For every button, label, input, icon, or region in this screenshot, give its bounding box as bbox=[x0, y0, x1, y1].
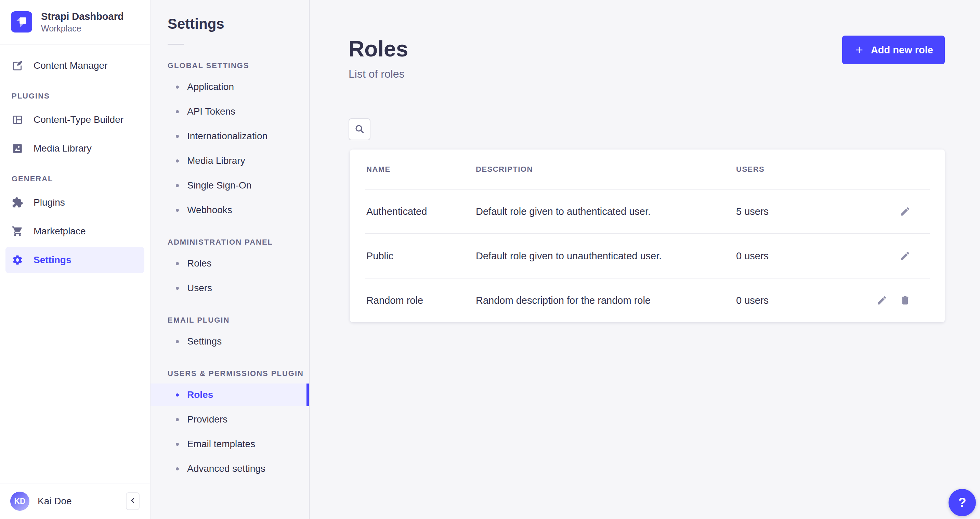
sidebar-item-settings[interactable]: Settings bbox=[5, 247, 144, 273]
help-button[interactable]: ? bbox=[948, 489, 976, 516]
table-header-row: NAME DESCRIPTION USERS bbox=[350, 150, 945, 189]
subnav-item-users[interactable]: Users bbox=[151, 277, 309, 299]
bullet-icon bbox=[176, 110, 179, 113]
subnav-item-application[interactable]: Application bbox=[151, 76, 309, 98]
question-mark-icon: ? bbox=[958, 495, 966, 510]
subnav-item-label: Single Sign-On bbox=[187, 180, 251, 191]
subnav-section-email-plugin: EMAIL PLUGIN bbox=[168, 316, 309, 325]
bullet-icon bbox=[176, 184, 179, 187]
row-actions bbox=[877, 295, 928, 306]
role-description-cell: Random description for the random role bbox=[476, 295, 736, 306]
plugins-icon bbox=[12, 197, 23, 209]
subnav-item-label: Advanced settings bbox=[187, 463, 266, 474]
search-icon bbox=[354, 124, 365, 135]
settings-icon bbox=[12, 254, 23, 266]
workspace-brand: Strapi Dashboard Workplace bbox=[0, 0, 150, 45]
search-button[interactable] bbox=[348, 118, 371, 140]
bullet-icon bbox=[176, 287, 179, 290]
subnav-item-settings[interactable]: Settings bbox=[151, 330, 309, 353]
role-name-cell: Authenticated bbox=[366, 206, 476, 217]
add-new-role-button[interactable]: Add new role bbox=[842, 36, 945, 64]
page-title: Roles bbox=[348, 36, 408, 62]
bullet-icon bbox=[176, 262, 179, 265]
sidebar-item-label: Content-Type Builder bbox=[33, 114, 124, 125]
column-header-description: DESCRIPTION bbox=[476, 165, 736, 174]
sidebar-item-label: Marketplace bbox=[33, 226, 86, 237]
subnav-item-label: Roles bbox=[187, 389, 213, 400]
sidebar-item-content-type-builder[interactable]: Content-Type Builder bbox=[5, 107, 144, 133]
subnav-item-email-templates[interactable]: Email templates bbox=[151, 433, 309, 455]
role-users-cell: 0 users bbox=[736, 295, 877, 306]
bullet-icon bbox=[176, 86, 179, 89]
role-users-cell: 0 users bbox=[736, 250, 900, 262]
subnav-item-roles[interactable]: Roles bbox=[151, 252, 309, 275]
role-description-cell: Default role given to unauthenticated us… bbox=[476, 250, 736, 262]
strapi-logo-icon bbox=[11, 11, 32, 32]
pencil-icon bbox=[900, 206, 910, 217]
subnav-item-label: Users bbox=[187, 283, 212, 293]
subnav-item-roles[interactable]: Roles bbox=[151, 384, 309, 406]
marketplace-icon bbox=[12, 226, 23, 237]
subnav-section-administration-panel: ADMINISTRATION PANEL bbox=[168, 238, 309, 247]
subnav-item-label: Webhooks bbox=[187, 205, 232, 215]
edit-role-button[interactable] bbox=[900, 206, 910, 217]
trash-icon bbox=[900, 295, 910, 306]
user-menu[interactable]: KD Kai Doe bbox=[0, 483, 150, 519]
user-name: Kai Doe bbox=[38, 496, 118, 507]
role-name-cell: Random role bbox=[366, 295, 476, 306]
subnav-item-internationalization[interactable]: Internationalization bbox=[151, 125, 309, 148]
edit-role-button[interactable] bbox=[900, 250, 910, 261]
edit-role-button[interactable] bbox=[877, 295, 887, 306]
workspace-subtitle: Workplace bbox=[41, 24, 124, 33]
delete-role-button[interactable] bbox=[900, 295, 910, 306]
workspace-title: Strapi Dashboard bbox=[41, 10, 124, 22]
table-row-authenticated[interactable]: AuthenticatedDefault role given to authe… bbox=[350, 189, 945, 233]
sidebar-item-label: Media Library bbox=[33, 143, 92, 154]
collapse-sidebar-button[interactable] bbox=[126, 492, 140, 510]
bullet-icon bbox=[176, 467, 179, 470]
subnav-item-webhooks[interactable]: Webhooks bbox=[151, 199, 309, 221]
content-manager-icon bbox=[12, 60, 23, 72]
sidebar-item-label: Content Manager bbox=[33, 60, 107, 71]
subnav-item-single-sign-on[interactable]: Single Sign-On bbox=[151, 174, 309, 197]
avatar: KD bbox=[10, 492, 29, 511]
plus-icon bbox=[854, 45, 865, 56]
table-row-random-role[interactable]: Random roleRandom description for the ra… bbox=[350, 279, 945, 322]
subnav-section-global-settings: GLOBAL SETTINGS bbox=[168, 61, 309, 70]
main-sidebar: Strapi Dashboard Workplace Content Manag… bbox=[0, 0, 151, 519]
subnav-item-providers[interactable]: Providers bbox=[151, 408, 309, 431]
role-description-cell: Default role given to authenticated user… bbox=[476, 206, 736, 217]
media-library-icon bbox=[12, 143, 23, 154]
sidebar-item-content-manager[interactable]: Content Manager bbox=[5, 53, 144, 79]
subnav-item-api-tokens[interactable]: API Tokens bbox=[151, 100, 309, 123]
bullet-icon bbox=[176, 418, 179, 421]
bullet-icon bbox=[176, 443, 179, 446]
subnav-item-label: Email templates bbox=[187, 439, 255, 449]
subnav-item-advanced-settings[interactable]: Advanced settings bbox=[151, 457, 309, 480]
main-nav: Content ManagerPLUGINSContent-Type Build… bbox=[0, 45, 150, 483]
row-actions bbox=[900, 206, 928, 217]
sidebar-item-marketplace[interactable]: Marketplace bbox=[5, 218, 144, 244]
bullet-icon bbox=[176, 159, 179, 162]
page-subtitle: List of roles bbox=[348, 68, 405, 80]
sidebar-item-media-library[interactable]: Media Library bbox=[5, 135, 144, 161]
sidebar-item-plugins[interactable]: Plugins bbox=[5, 189, 144, 215]
roles-table: NAME DESCRIPTION USERS AuthenticatedDefa… bbox=[350, 150, 945, 322]
settings-subnav: Settings GLOBAL SETTINGSApplicationAPI T… bbox=[151, 0, 310, 519]
sidebar-item-label: Plugins bbox=[33, 197, 65, 208]
chevron-left-icon bbox=[128, 496, 137, 506]
role-name-cell: Public bbox=[366, 250, 476, 262]
row-actions bbox=[900, 250, 928, 261]
subnav-item-media-library[interactable]: Media Library bbox=[151, 150, 309, 172]
table-row-public[interactable]: PublicDefault role given to unauthentica… bbox=[350, 234, 945, 278]
subnav-item-label: Internationalization bbox=[187, 131, 267, 142]
bullet-icon bbox=[176, 393, 179, 396]
bullet-icon bbox=[176, 340, 179, 343]
main-content: Roles List of roles Add new role NAME DE… bbox=[310, 0, 980, 519]
subnav-title: Settings bbox=[168, 16, 309, 32]
subnav-item-label: Providers bbox=[187, 414, 228, 425]
sidebar-section-plugins: PLUGINS bbox=[12, 92, 144, 100]
pencil-icon bbox=[900, 250, 910, 261]
bullet-icon bbox=[176, 135, 179, 138]
subnav-divider bbox=[168, 44, 184, 45]
